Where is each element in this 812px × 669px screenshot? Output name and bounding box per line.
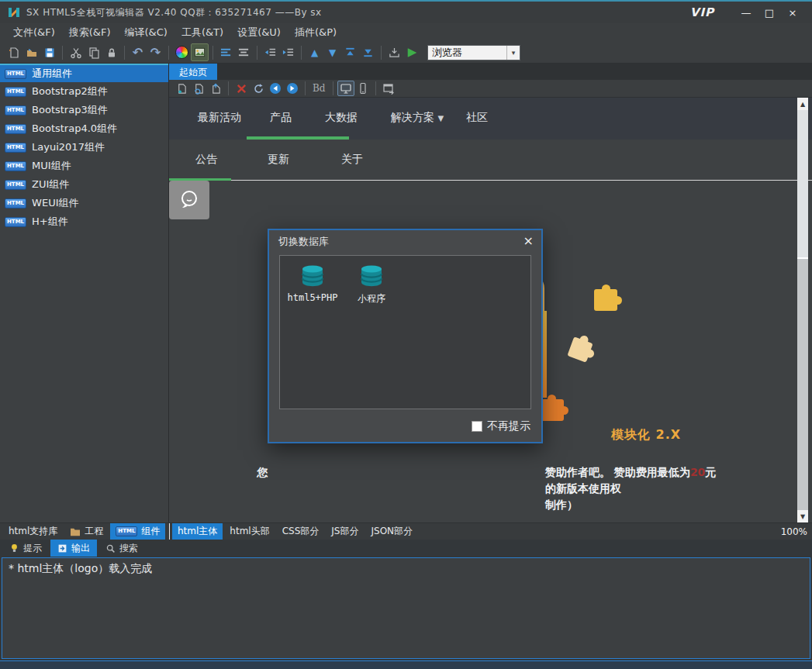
tab-project[interactable]: 工程 xyxy=(64,523,109,540)
new-file-icon[interactable] xyxy=(5,43,22,61)
scroll-up-icon[interactable]: ▲ xyxy=(797,98,808,110)
tab-output[interactable]: 输出 xyxy=(50,540,97,557)
sidebar-item-common[interactable]: HTML通用组件 xyxy=(0,64,168,82)
browser-dropdown[interactable]: 浏览器 ▾ xyxy=(427,45,520,60)
qq-contact-button[interactable] xyxy=(169,181,209,219)
menu-search[interactable]: 搜索(&F) xyxy=(62,24,118,41)
title-bar: SX HTML5全栈可视编辑器 V2.40 QQ群：635271467 ——By… xyxy=(0,2,812,23)
vertical-scrollbar[interactable]: ▲ ▼ xyxy=(797,98,808,522)
open-file-icon[interactable] xyxy=(22,43,40,61)
maximize-button[interactable]: □ xyxy=(758,7,781,19)
mobile-view-icon[interactable] xyxy=(354,81,371,96)
nav-solutions[interactable]: 解决方案 ▼ xyxy=(391,111,444,125)
menu-plugins[interactable]: 插件(&P) xyxy=(288,24,344,41)
sidebar-item-label: H+组件 xyxy=(32,215,68,229)
tab-html-head[interactable]: html头部 xyxy=(224,523,275,540)
cut-icon[interactable] xyxy=(67,43,85,61)
toolbar-separator xyxy=(381,46,382,60)
nav-community[interactable]: 社区 xyxy=(466,111,488,125)
sponsor-pre: 赞助作者吧。 赞助费用最低为 xyxy=(545,466,690,478)
menu-file[interactable]: 文件(&F) xyxy=(6,24,62,41)
lightbulb-icon xyxy=(9,543,19,553)
database-item-miniprogram[interactable]: 小程序 xyxy=(342,264,401,305)
align-left-icon[interactable] xyxy=(217,43,235,61)
subtab-about[interactable]: 关于 xyxy=(341,153,363,167)
sidebar-item-bootstrap4[interactable]: HTMLBootstrap4.0组件 xyxy=(0,119,168,138)
tab-start-page[interactable]: 起始页 xyxy=(169,64,217,80)
dont-remind-option[interactable]: 不再提示 xyxy=(472,419,530,433)
forward-icon[interactable] xyxy=(284,81,301,96)
subtab-updates[interactable]: 更新 xyxy=(268,153,289,167)
run-icon[interactable]: ▶ xyxy=(403,43,421,61)
toolbar-separator xyxy=(301,46,302,60)
page-export-icon[interactable] xyxy=(207,81,224,96)
refresh-icon[interactable] xyxy=(250,81,267,96)
tab-html-body[interactable]: html主体 xyxy=(172,523,223,540)
toolbar-separator xyxy=(124,46,125,60)
outdent-icon[interactable] xyxy=(279,43,297,61)
back-icon[interactable] xyxy=(267,81,284,96)
window-code-icon[interactable] xyxy=(380,81,397,96)
database-item-html5php[interactable]: html5+PHP xyxy=(283,264,342,303)
database-icon xyxy=(358,264,385,288)
sidebar-item-bootstrap2[interactable]: HTMLBootstrap2组件 xyxy=(0,82,168,101)
minimize-button[interactable]: — xyxy=(734,7,758,19)
tab-hints[interactable]: 提示 xyxy=(2,540,49,557)
export-icon[interactable] xyxy=(385,43,403,61)
sidebar-item-weui[interactable]: HTMLWEUI组件 xyxy=(0,194,168,212)
align-center-icon[interactable] xyxy=(235,43,253,61)
tab-json-section[interactable]: JSON部分 xyxy=(365,523,418,540)
database-icon xyxy=(299,264,327,288)
sidebar-item-label: Bootstrap2组件 xyxy=(32,84,108,98)
tab-components[interactable]: HTML组件 xyxy=(110,523,165,540)
menu-settings[interactable]: 设置(&U) xyxy=(230,24,288,41)
scrollbar-thumb[interactable] xyxy=(797,110,808,259)
folder-icon xyxy=(70,527,81,536)
sidebar-item-mui[interactable]: HTMLMUI组件 xyxy=(0,157,168,175)
dialog-close-icon[interactable]: × xyxy=(523,233,534,248)
nav-big-data[interactable]: 大数据 xyxy=(325,111,358,125)
sidebar-item-zui[interactable]: HTMLZUI组件 xyxy=(0,175,168,194)
tab-css-section[interactable]: CSS部分 xyxy=(277,523,325,540)
subtab-announcements[interactable]: 公告 xyxy=(195,153,217,167)
copy-icon[interactable] xyxy=(85,43,102,61)
undo-icon[interactable]: ↶ xyxy=(129,43,147,61)
menu-compile[interactable]: 编译(&C) xyxy=(118,24,174,41)
save-icon[interactable] xyxy=(40,43,58,61)
sidebar-item-bootstrap3[interactable]: HTMLBootstrap3组件 xyxy=(0,101,168,119)
output-console[interactable]: * html主体（logo）载入完成 xyxy=(2,557,810,659)
move-up-icon[interactable]: ▲ xyxy=(306,43,323,61)
checkbox[interactable] xyxy=(472,421,482,432)
tab-js-section[interactable]: JS部分 xyxy=(326,523,364,540)
sidebar-item-hplus[interactable]: HTMLH+组件 xyxy=(0,212,168,231)
scroll-down-icon[interactable]: ▼ xyxy=(797,510,808,522)
lock-icon[interactable] xyxy=(102,43,120,61)
tab-html-library[interactable]: html支持库 xyxy=(3,523,63,540)
sidebar-item-layui[interactable]: HTMLLayui2017组件 xyxy=(0,138,168,157)
vip-badge[interactable]: VIP xyxy=(690,5,714,19)
collapse-top-icon[interactable] xyxy=(341,43,359,61)
bd-button[interactable]: Bd xyxy=(309,83,329,94)
collapse-bottom-icon[interactable] xyxy=(359,43,377,61)
database-list: html5+PHP 小程序 xyxy=(279,255,531,409)
close-button[interactable]: × xyxy=(781,7,804,19)
indent-icon[interactable] xyxy=(261,43,279,61)
desktop-view-icon[interactable] xyxy=(337,81,354,96)
html-badge-icon: HTML xyxy=(5,143,26,153)
close-page-icon[interactable] xyxy=(233,81,250,96)
menu-tools[interactable]: 工具(&T) xyxy=(174,24,230,41)
insert-image-icon[interactable] xyxy=(191,43,209,61)
component-sidebar: HTML通用组件 HTMLBootstrap2组件 HTMLBootstrap3… xyxy=(0,64,169,522)
site-subtab-bar: 公告 更新 关于 xyxy=(169,140,812,181)
color-picker-icon[interactable] xyxy=(173,43,191,61)
toolbar-separator xyxy=(305,81,306,95)
tab-search[interactable]: 搜索 xyxy=(98,540,145,557)
move-down-icon[interactable]: ▼ xyxy=(323,43,341,61)
toolbar-separator xyxy=(228,81,229,95)
nav-products[interactable]: 产品 xyxy=(270,111,292,125)
nav-latest-activity[interactable]: 最新活动 xyxy=(198,111,241,125)
new-page-icon[interactable] xyxy=(173,81,190,96)
toolbar-separator xyxy=(62,46,63,60)
page-refresh-icon[interactable] xyxy=(190,81,207,96)
redo-icon[interactable]: ↷ xyxy=(147,43,164,61)
